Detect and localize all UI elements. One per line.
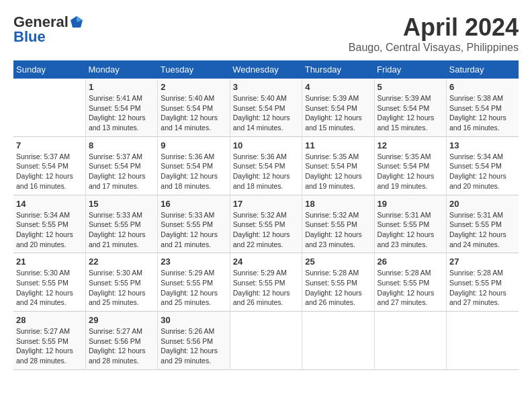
sunrise: Sunrise: 5:30 AM [16, 269, 70, 277]
sunrise: Sunrise: 5:40 AM [161, 94, 214, 102]
daylight: Daylight: 12 hours and 15 minutes. [305, 113, 362, 132]
sunset: Sunset: 5:55 PM [449, 279, 502, 287]
calendar-cell [230, 312, 302, 370]
sunrise: Sunrise: 5:34 AM [449, 152, 503, 161]
day-detail: Sunrise: 5:30 AM Sunset: 5:55 PM Dayligh… [89, 268, 154, 308]
calendar-cell: 8 Sunrise: 5:37 AM Sunset: 5:54 PM Dayli… [85, 136, 157, 195]
calendar-cell: 7 Sunrise: 5:37 AM Sunset: 5:54 PM Dayli… [13, 136, 85, 195]
calendar-cell: 25 Sunrise: 5:28 AM Sunset: 5:55 PM Dayl… [302, 253, 374, 312]
day-number: 19 [378, 199, 443, 209]
day-detail: Sunrise: 5:39 AM Sunset: 5:54 PM Dayligh… [378, 93, 443, 133]
calendar-cell: 6 Sunrise: 5:38 AM Sunset: 5:54 PM Dayli… [447, 79, 519, 136]
sunrise: Sunrise: 5:36 AM [161, 152, 214, 161]
day-detail: Sunrise: 5:29 AM Sunset: 5:55 PM Dayligh… [233, 268, 299, 308]
sunrise: Sunrise: 5:38 AM [449, 94, 503, 102]
day-detail: Sunrise: 5:27 AM Sunset: 5:56 PM Dayligh… [89, 326, 154, 366]
day-header-monday: Monday [85, 60, 157, 79]
day-number: 30 [161, 315, 226, 325]
day-detail: Sunrise: 5:31 AM Sunset: 5:55 PM Dayligh… [449, 210, 516, 250]
calendar-cell: 20 Sunrise: 5:31 AM Sunset: 5:55 PM Dayl… [447, 195, 519, 253]
sunset: Sunset: 5:55 PM [233, 279, 285, 287]
sunset: Sunset: 5:55 PM [16, 337, 69, 345]
calendar-cell: 18 Sunrise: 5:32 AM Sunset: 5:55 PM Dayl… [302, 195, 374, 253]
sunrise: Sunrise: 5:31 AM [449, 211, 503, 219]
day-detail: Sunrise: 5:34 AM Sunset: 5:54 PM Dayligh… [449, 152, 516, 191]
calendar-week-1: 1 Sunrise: 5:41 AM Sunset: 5:54 PM Dayli… [13, 79, 519, 136]
day-detail: Sunrise: 5:38 AM Sunset: 5:54 PM Dayligh… [449, 93, 516, 133]
calendar-cell: 12 Sunrise: 5:35 AM Sunset: 5:54 PM Dayl… [374, 136, 446, 195]
sunset: Sunset: 5:54 PM [378, 104, 430, 112]
title-area: April 2024 Baugo, Central Visayas, Phili… [349, 13, 519, 54]
sunset: Sunset: 5:54 PM [305, 104, 357, 112]
daylight: Daylight: 12 hours and 18 minutes. [233, 172, 290, 190]
sunrise: Sunrise: 5:26 AM [161, 327, 214, 335]
daylight: Daylight: 12 hours and 27 minutes. [449, 289, 506, 307]
day-detail: Sunrise: 5:37 AM Sunset: 5:54 PM Dayligh… [16, 152, 83, 191]
daylight: Daylight: 12 hours and 22 minutes. [233, 230, 290, 248]
calendar-cell: 1 Sunrise: 5:41 AM Sunset: 5:54 PM Dayli… [85, 79, 157, 136]
calendar-cell [447, 312, 519, 370]
daylight: Daylight: 12 hours and 26 minutes. [233, 289, 290, 307]
day-detail: Sunrise: 5:36 AM Sunset: 5:54 PM Dayligh… [233, 152, 299, 191]
day-detail: Sunrise: 5:35 AM Sunset: 5:54 PM Dayligh… [305, 152, 371, 191]
day-header-sunday: Sunday [13, 60, 85, 79]
daylight: Daylight: 12 hours and 15 minutes. [378, 113, 435, 132]
day-header-wednesday: Wednesday [230, 60, 302, 79]
daylight: Daylight: 12 hours and 28 minutes. [16, 347, 73, 365]
daylight: Daylight: 12 hours and 28 minutes. [89, 347, 146, 365]
sunrise: Sunrise: 5:35 AM [378, 152, 431, 161]
sunset: Sunset: 5:54 PM [89, 104, 141, 112]
day-number: 15 [89, 199, 154, 209]
day-detail: Sunrise: 5:26 AM Sunset: 5:56 PM Dayligh… [161, 326, 226, 366]
daylight: Daylight: 12 hours and 16 minutes. [16, 172, 73, 190]
day-detail: Sunrise: 5:33 AM Sunset: 5:55 PM Dayligh… [89, 210, 154, 250]
day-detail: Sunrise: 5:41 AM Sunset: 5:54 PM Dayligh… [89, 93, 154, 133]
day-number: 16 [161, 199, 226, 209]
sunrise: Sunrise: 5:28 AM [305, 269, 359, 277]
sunrise: Sunrise: 5:37 AM [16, 152, 70, 161]
day-detail: Sunrise: 5:37 AM Sunset: 5:54 PM Dayligh… [89, 152, 154, 191]
sunrise: Sunrise: 5:33 AM [89, 211, 142, 219]
day-number: 1 [89, 82, 154, 92]
day-number: 3 [233, 82, 299, 92]
day-number: 2 [161, 82, 226, 92]
day-detail: Sunrise: 5:28 AM Sunset: 5:55 PM Dayligh… [378, 268, 443, 308]
header: General Blue April 2024 Baugo, Central V… [13, 13, 519, 54]
day-detail: Sunrise: 5:34 AM Sunset: 5:55 PM Dayligh… [16, 210, 83, 250]
day-number: 29 [89, 315, 154, 325]
calendar-cell: 26 Sunrise: 5:28 AM Sunset: 5:55 PM Dayl… [374, 253, 446, 312]
day-detail: Sunrise: 5:30 AM Sunset: 5:55 PM Dayligh… [16, 268, 83, 308]
calendar-cell: 3 Sunrise: 5:40 AM Sunset: 5:54 PM Dayli… [230, 79, 302, 136]
day-number: 11 [305, 140, 371, 150]
sunset: Sunset: 5:55 PM [16, 279, 69, 287]
sunrise: Sunrise: 5:29 AM [161, 269, 214, 277]
day-number: 22 [89, 257, 154, 267]
logo-blue: Blue [13, 28, 46, 46]
sunrise: Sunrise: 5:32 AM [233, 211, 287, 219]
day-detail: Sunrise: 5:32 AM Sunset: 5:55 PM Dayligh… [305, 210, 371, 250]
sunrise: Sunrise: 5:41 AM [89, 94, 142, 102]
sunset: Sunset: 5:55 PM [16, 220, 69, 228]
daylight: Daylight: 12 hours and 23 minutes. [378, 230, 435, 248]
daylight: Daylight: 12 hours and 25 minutes. [89, 289, 146, 307]
calendar-week-4: 21 Sunrise: 5:30 AM Sunset: 5:55 PM Dayl… [13, 253, 519, 312]
daylight: Daylight: 12 hours and 18 minutes. [161, 172, 218, 190]
calendar-cell: 24 Sunrise: 5:29 AM Sunset: 5:55 PM Dayl… [230, 253, 302, 312]
sunrise: Sunrise: 5:39 AM [378, 94, 431, 102]
day-header-thursday: Thursday [302, 60, 374, 79]
sunset: Sunset: 5:56 PM [89, 337, 141, 345]
sunset: Sunset: 5:54 PM [233, 104, 285, 112]
sunset: Sunset: 5:54 PM [161, 162, 213, 170]
month-title: April 2024 [349, 13, 519, 42]
day-number: 5 [378, 82, 443, 92]
sunrise: Sunrise: 5:37 AM [89, 152, 142, 161]
sunset: Sunset: 5:56 PM [161, 337, 213, 345]
sunset: Sunset: 5:54 PM [305, 162, 357, 170]
day-detail: Sunrise: 5:31 AM Sunset: 5:55 PM Dayligh… [378, 210, 443, 250]
day-number: 26 [378, 257, 443, 267]
daylight: Daylight: 12 hours and 29 minutes. [161, 347, 218, 365]
daylight: Daylight: 12 hours and 21 minutes. [161, 230, 218, 248]
sunrise: Sunrise: 5:33 AM [161, 211, 214, 219]
calendar-cell: 2 Sunrise: 5:40 AM Sunset: 5:54 PM Dayli… [158, 79, 230, 136]
sunset: Sunset: 5:55 PM [378, 279, 430, 287]
